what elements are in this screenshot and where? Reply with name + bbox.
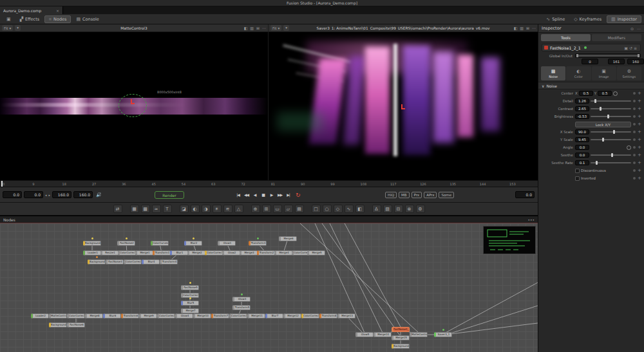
- snapshot-icon[interactable]: ⊞: [256, 26, 260, 30]
- graph-node-saver3-1[interactable]: Saver3_1: [434, 332, 452, 337]
- current-time-field[interactable]: 0.0: [3, 191, 22, 198]
- bspline-mask-tool-icon[interactable]: ∿: [345, 205, 354, 213]
- fit-dropdown[interactable]: Fit▾: [270, 25, 281, 31]
- node-menu-icon[interactable]: ≡: [634, 46, 638, 50]
- graph-node-merge4[interactable]: Merge4: [274, 250, 292, 255]
- value-box[interactable]: -0.53: [575, 114, 589, 119]
- graph-node-transform7[interactable]: Transform7: [211, 313, 229, 319]
- add-keyframe-button[interactable]: +: [638, 168, 641, 173]
- graph-node-transform3[interactable]: Transform3: [249, 241, 267, 246]
- graph-node-glow2[interactable]: Glow2: [222, 250, 240, 255]
- brightness-contrast-tool-icon[interactable]: ☀: [213, 205, 222, 213]
- graph-node-colorcorrector8[interactable]: ColorCorrector8: [229, 313, 247, 319]
- playback-fast-fwd-button[interactable]: ▶▶: [276, 190, 283, 199]
- graph-node-transform4[interactable]: Transform4: [160, 259, 178, 264]
- graph-node-transform1[interactable]: Transform1: [153, 250, 171, 255]
- graph-node-merge10[interactable]: Merge10: [193, 313, 211, 319]
- matte-control-tool-icon[interactable]: ◧: [355, 205, 365, 213]
- global-mid-field[interactable]: 161: [608, 59, 625, 64]
- range-handle-in[interactable]: [576, 54, 578, 57]
- background-tool-icon[interactable]: ▦: [130, 205, 139, 213]
- quality-aprx-button[interactable]: APrx: [424, 192, 437, 198]
- value-box-x[interactable]: 0.5: [579, 91, 593, 96]
- add-keyframe-button[interactable]: +: [638, 137, 641, 142]
- slider-handle[interactable]: [602, 138, 604, 142]
- graph-node-merge9[interactable]: Merge9: [139, 313, 157, 319]
- right-viewer-canvas[interactable]: [269, 32, 538, 180]
- quality-prx-button[interactable]: Prx: [412, 192, 422, 198]
- blur-tool-icon[interactable]: ≋: [223, 205, 232, 213]
- noise-section-header[interactable]: ∨ Noise: [538, 82, 644, 89]
- subtab-settings[interactable]: ⚙Settings: [617, 66, 641, 80]
- global-in-field[interactable]: 0: [582, 59, 598, 64]
- node-enabled-dot[interactable]: [584, 46, 587, 49]
- node-reset-icon[interactable]: ↺: [629, 46, 634, 50]
- graph-node-background3[interactable]: Background3: [88, 259, 106, 264]
- range-handle-out[interactable]: [638, 54, 639, 57]
- zoom-dropdown[interactable]: ▾: [15, 25, 21, 31]
- graph-node-blur7[interactable]: Blur7: [265, 313, 283, 319]
- range-in-field[interactable]: 160.0: [52, 191, 71, 198]
- viewer-menu-icon[interactable]: ⋯: [262, 26, 266, 30]
- graph-node-colorcorrector9[interactable]: ColorCorrector9: [301, 313, 319, 319]
- node-graph[interactable]: Background2FastNoise2ColorCurves1Blur2Gl…: [0, 223, 538, 352]
- graph-node-background6[interactable]: Background6: [392, 344, 410, 349]
- polygon-mask-tool-icon[interactable]: ◇: [334, 205, 343, 213]
- graph-node-fastnoise2[interactable]: FastNoise2: [117, 241, 135, 246]
- step-back-icon[interactable]: ◂: [45, 193, 47, 197]
- graph-node-colorcorrector6[interactable]: ColorCorrector6: [67, 313, 85, 319]
- tab-tools[interactable]: Tools: [541, 34, 591, 41]
- tracker-tool-icon[interactable]: ⊗: [405, 205, 414, 213]
- graph-node-fastnoise5[interactable]: FastNoise5: [181, 285, 199, 290]
- viewer-menu-icon[interactable]: ⋯: [532, 26, 536, 30]
- fps-field[interactable]: 0.0: [515, 191, 535, 198]
- add-keyframe-button[interactable]: +: [638, 153, 641, 158]
- channel-booleans-tool-icon[interactable]: ⊟: [394, 205, 403, 213]
- inspector-button[interactable]: ▥Inspector: [607, 15, 641, 23]
- graph-node-resize1[interactable]: Resize1: [100, 250, 118, 255]
- tab-modifiers[interactable]: Modifiers: [592, 34, 641, 41]
- settings-tool-icon[interactable]: ⚙: [416, 205, 425, 213]
- resize-tool-icon[interactable]: ▭: [273, 205, 282, 213]
- add-keyframe-button[interactable]: +: [638, 122, 641, 127]
- slider-track[interactable]: [591, 108, 631, 109]
- graph-node-merge1[interactable]: Merge1: [135, 250, 153, 255]
- split-wipe-icon[interactable]: ◧: [514, 26, 518, 30]
- add-keyframe-button[interactable]: +: [638, 145, 641, 150]
- graph-node-merge11[interactable]: Merge11: [247, 313, 265, 319]
- slider-track[interactable]: [591, 131, 631, 133]
- spline-button[interactable]: ∿Spline: [542, 15, 569, 23]
- graph-node-background2[interactable]: Background2: [83, 241, 101, 246]
- graph-node-glow4[interactable]: Glow4: [175, 313, 193, 319]
- graph-node-blur5[interactable]: Blur5: [181, 301, 199, 306]
- slider-track[interactable]: [591, 100, 631, 102]
- playback-rev-button[interactable]: ◀: [251, 190, 258, 199]
- graph-node-colorcorrector1[interactable]: ColorCorrector1: [118, 250, 136, 255]
- graph-node-glow3[interactable]: Glow3: [232, 297, 251, 302]
- slider-handle[interactable]: [596, 161, 598, 165]
- graph-node-blur6[interactable]: Blur6: [103, 313, 121, 319]
- graph-node-fastnoise1-2-1[interactable]: FastNoise1_2_1: [392, 327, 410, 332]
- step-forward-icon[interactable]: ▸: [49, 193, 51, 197]
- value-box-y[interactable]: 0.5: [598, 91, 612, 96]
- playback-stop-button[interactable]: ■: [260, 190, 267, 199]
- paint-tool-icon[interactable]: ◪: [180, 205, 189, 213]
- slider-track[interactable]: [591, 116, 631, 117]
- add-keyframe-button[interactable]: +: [638, 160, 641, 165]
- graph-node-glow5[interactable]: Glow5: [355, 332, 374, 337]
- value-box[interactable]: 9.45: [575, 137, 589, 142]
- crop-tool-icon[interactable]: ▱: [284, 205, 293, 213]
- nodes-button[interactable]: ⌗Nodes: [44, 15, 71, 23]
- slider-track[interactable]: [591, 154, 631, 156]
- fastnoise-tool-icon[interactable]: ▩: [141, 205, 150, 213]
- quality-hiq-button[interactable]: HiQ: [385, 192, 397, 198]
- graph-node-colorcorrector2[interactable]: ColorCorrector2: [205, 250, 223, 255]
- inverted-checkbox[interactable]: [575, 176, 580, 181]
- graph-node-mattecontrol1[interactable]: MatteControl1: [49, 313, 67, 319]
- graph-node-colorcurves1[interactable]: ColorCurves1: [151, 241, 169, 246]
- transform-tool-icon[interactable]: ⊞: [262, 205, 271, 213]
- value-box[interactable]: 2.65: [575, 106, 589, 111]
- subtab-color[interactable]: ◐Color: [566, 66, 591, 80]
- inspector-menu-icon[interactable]: ⋯: [637, 26, 641, 31]
- graph-node-transform5[interactable]: Transform5: [232, 305, 251, 310]
